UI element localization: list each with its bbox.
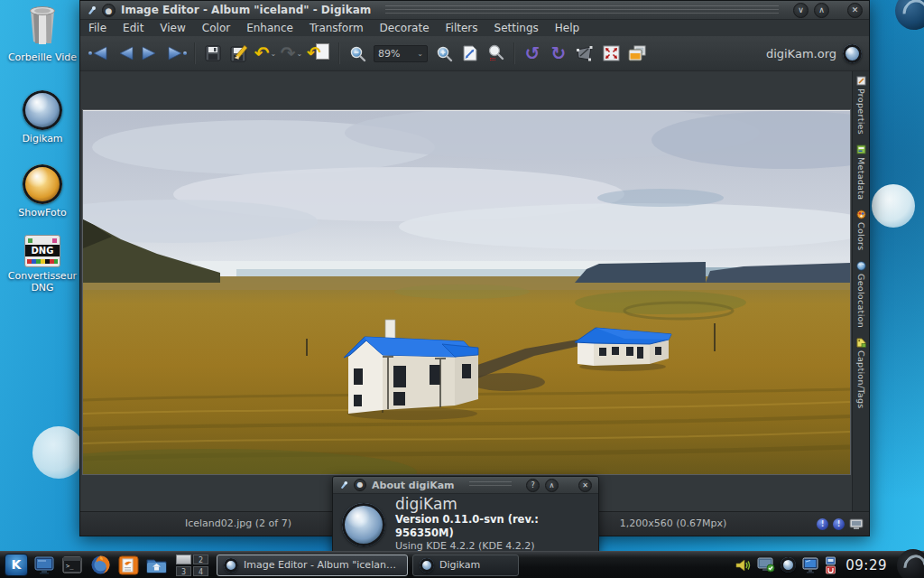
pager-desktop-3[interactable]: 3 [176, 566, 191, 576]
pager-desktop-2[interactable]: 2 [193, 555, 208, 564]
fit-to-selection-button[interactable] [484, 39, 509, 68]
menu-item-view[interactable]: View [152, 20, 193, 36]
taskbar: K >_ 2 3 4 Image Editor - Album "iceland… [0, 551, 924, 578]
next-image-button[interactable] [138, 39, 163, 68]
menu-item-decorate[interactable]: Decorate [372, 20, 438, 36]
digikam-org-link[interactable]: digiKam.org [766, 36, 862, 71]
undo-icon: ↶ [254, 42, 270, 64]
firefox-icon [90, 555, 111, 575]
tab-caption-tags[interactable]: Caption/Tags [856, 338, 866, 409]
konsole-launcher[interactable]: >_ [60, 554, 84, 576]
dialog-menu-icon[interactable]: ● [354, 479, 366, 491]
menu-item-filters[interactable]: Filters [438, 20, 486, 36]
desktop-icon-showfoto[interactable]: ShowFoto [0, 164, 85, 219]
zoom-out-button[interactable] [345, 39, 370, 68]
zoom-in-button[interactable] [431, 39, 457, 68]
tab-metadata[interactable]: Metadata [856, 144, 866, 200]
clock[interactable]: 09:29 [845, 557, 887, 573]
about-dialog-body: digiKam Version 0.11.0-svn (rev.: 956350… [333, 494, 598, 555]
magnifier-minus-icon [349, 45, 366, 62]
task-button-digikam[interactable]: Digikam [412, 555, 519, 576]
menu-item-enhance[interactable]: Enhance [238, 20, 301, 36]
first-image-button[interactable] [86, 39, 111, 68]
about-dialog-titlebar[interactable]: ● About digiKam ? ∧ ✕ [333, 477, 598, 494]
undo-button[interactable]: ↶⌄ [253, 39, 278, 68]
geolocation-globe-icon [856, 261, 866, 271]
network-globe-icon[interactable] [781, 557, 796, 573]
rotate-left-button[interactable]: ↺ [520, 39, 545, 68]
menu-item-help[interactable]: Help [547, 20, 587, 36]
panel-toolbox-icon[interactable] [897, 549, 924, 578]
trash-icon [25, 5, 60, 45]
dialog-help-button[interactable]: ? [526, 479, 540, 492]
display-settings-icon[interactable] [801, 557, 819, 573]
digikam-globe-icon [843, 44, 862, 63]
kmenu-button[interactable]: K [5, 554, 28, 576]
pager-desktop-4[interactable]: 4 [193, 566, 208, 576]
digikam-window: ● Image Editor - Album "iceland" - Digik… [79, 0, 870, 536]
digikam-globe-icon [420, 558, 434, 573]
system-settings-launcher[interactable] [32, 554, 56, 576]
display-check-icon[interactable] [757, 557, 775, 573]
zoom-value: 89% [378, 48, 416, 60]
slideshow-button[interactable] [624, 39, 650, 68]
fit-page-icon [461, 44, 479, 62]
openoffice-launcher[interactable] [116, 554, 140, 576]
volume-icon[interactable] [735, 558, 752, 573]
menu-item-transform[interactable]: Transform [301, 20, 372, 36]
photo-viewport[interactable] [83, 110, 850, 474]
fit-to-window-button[interactable] [457, 39, 483, 68]
underexposure-indicator-icon[interactable]: ! [817, 518, 828, 530]
desktop-icon-label: ShowFoto [0, 207, 85, 219]
chevron-down-icon: ⌄ [271, 50, 277, 58]
close-button[interactable]: ✕ [847, 3, 863, 18]
dialog-maximize-button[interactable]: ∧ [545, 479, 559, 492]
desktop-icon-digikam[interactable]: Digikam [0, 90, 85, 144]
firefox-launcher[interactable] [88, 554, 112, 576]
device-notifier-icon[interactable] [825, 556, 836, 574]
chevron-down-icon: ⌄ [297, 50, 303, 58]
about-app-name: digiKam [395, 496, 589, 513]
maximize-button[interactable]: ∧ [814, 3, 829, 18]
menu-item-file[interactable]: File [80, 20, 115, 36]
tab-colors[interactable]: Colors [856, 210, 866, 251]
editor-canvas[interactable] [80, 71, 869, 512]
home-folder-launcher[interactable] [144, 554, 168, 576]
desktop-icon-dng-converter[interactable]: DNG Convertisseur DNG [0, 235, 85, 294]
menu-item-edit[interactable]: Edit [115, 20, 152, 36]
task-button-image-editor[interactable]: Image Editor - Album "iceland" - Di [217, 555, 408, 576]
zoom-combobox[interactable]: 89%⌄ [374, 45, 428, 62]
openoffice-icon [118, 555, 139, 575]
color-managed-view-icon[interactable] [849, 518, 864, 530]
tab-geolocation[interactable]: Geolocation [856, 261, 866, 328]
terminal-icon: >_ [61, 555, 83, 575]
save-button[interactable] [200, 39, 226, 68]
pager-desktop-1[interactable] [176, 555, 191, 564]
rotate-right-button[interactable]: ↻ [546, 39, 571, 68]
window-title: Image Editor - Album "iceland" - Digikam [121, 4, 371, 16]
toolbar-separator [194, 42, 196, 64]
titlebar-streaks [385, 5, 779, 15]
fullscreen-button[interactable] [598, 39, 624, 68]
plasma-toolbox-icon[interactable] [895, 0, 924, 30]
home-folder-icon [145, 555, 168, 574]
magnifier-plus-icon [436, 45, 453, 62]
slideshow-icon [627, 44, 648, 63]
second-house [575, 328, 671, 371]
revert-button[interactable]: ↶ [305, 39, 334, 68]
perspective-adjust-button[interactable] [572, 39, 597, 68]
window-titlebar[interactable]: ● Image Editor - Album "iceland" - Digik… [80, 1, 869, 20]
previous-image-button[interactable] [112, 39, 137, 68]
dialog-app-icon [339, 480, 348, 489]
last-image-button[interactable] [164, 39, 189, 68]
overexposure-indicator-icon[interactable]: ! [833, 518, 845, 530]
menu-item-color[interactable]: Color [194, 20, 238, 36]
save-as-button[interactable] [226, 39, 252, 68]
minimize-button[interactable]: ∨ [793, 3, 808, 18]
menu-item-settings[interactable]: Settings [486, 20, 547, 36]
dialog-close-button[interactable]: ✕ [578, 479, 592, 492]
redo-button[interactable]: ↷⌄ [279, 39, 304, 68]
window-menu-icon[interactable]: ● [102, 4, 116, 17]
desktop-icon-trash[interactable]: Corbeille Vide [0, 5, 85, 63]
tab-properties[interactable]: Properties [856, 76, 866, 135]
